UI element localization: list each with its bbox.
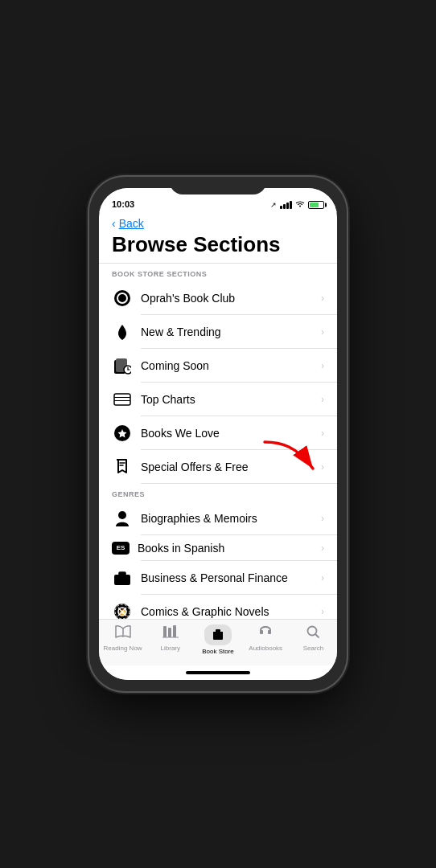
- top-charts-icon: [112, 389, 133, 410]
- spanish-text: ES: [117, 544, 125, 551]
- svg-rect-24: [168, 628, 171, 637]
- spanish-label: Books in Spanish: [138, 542, 321, 555]
- status-time: 10:03: [112, 199, 134, 209]
- business-chevron-icon: ›: [321, 572, 324, 583]
- comics-icon: 💥: [112, 601, 133, 619]
- new-trending-label: New & Trending: [141, 326, 321, 338]
- list-item-top-charts[interactable]: Top Charts ›: [99, 383, 337, 416]
- page-title: Browse Sections: [99, 231, 337, 263]
- spanish-icon: ES: [112, 542, 130, 555]
- status-icons: ↗: [270, 200, 324, 209]
- spanish-chevron-icon: ›: [321, 542, 324, 554]
- oprah-chevron-icon: ›: [321, 293, 324, 304]
- battery-icon: [308, 201, 324, 209]
- tab-library[interactable]: Library: [146, 624, 194, 652]
- phone-screen: 10:03 ↗: [99, 188, 337, 680]
- comics-chevron-icon: ›: [321, 606, 324, 617]
- battery-fill: [310, 203, 319, 207]
- books-we-love-icon: [112, 423, 133, 444]
- svg-point-12: [118, 511, 126, 519]
- signal-bars: [280, 201, 292, 209]
- oprah-label: Oprah's Book Club: [141, 292, 321, 305]
- coming-soon-icon: [112, 355, 133, 376]
- svg-rect-23: [163, 626, 167, 637]
- comics-label: Comics & Graphic Novels: [141, 605, 321, 618]
- home-bar: [186, 671, 250, 674]
- audiobooks-tab-label: Audiobooks: [249, 645, 282, 652]
- svg-line-28: [315, 634, 319, 637]
- back-label[interactable]: Back: [119, 217, 144, 230]
- oprah-icon: [112, 288, 133, 309]
- coming-soon-chevron-icon: ›: [321, 360, 324, 371]
- svg-rect-15: [119, 572, 125, 576]
- reading-now-tab-label: Reading Now: [104, 645, 142, 652]
- new-trending-chevron-icon: ›: [321, 326, 324, 338]
- section-header-genres: GENRES: [99, 484, 337, 502]
- new-trending-icon: [112, 321, 133, 342]
- reading-now-tab-icon: [114, 624, 132, 643]
- tab-book-store[interactable]: Book Store: [194, 624, 241, 655]
- biographies-chevron-icon: ›: [321, 513, 324, 524]
- list-item-spanish[interactable]: ES Books in Spanish ›: [99, 535, 337, 561]
- signal-bar-4: [290, 201, 292, 209]
- list-item-biographies[interactable]: Biographies & Memoirs ›: [99, 502, 337, 535]
- search-tab-label: Search: [303, 645, 323, 652]
- svg-point-1: [117, 293, 127, 303]
- back-button[interactable]: ‹ Back: [99, 212, 337, 231]
- tab-search[interactable]: Search: [290, 624, 337, 652]
- special-offers-label: Special Offers & Free: [141, 461, 321, 473]
- library-tab-label: Library: [161, 645, 180, 652]
- signal-bar-3: [286, 203, 289, 209]
- svg-rect-25: [173, 625, 176, 637]
- business-icon: [112, 567, 133, 588]
- library-tab-icon: [162, 624, 179, 643]
- phone-frame: 10:03 ↗: [89, 177, 347, 691]
- top-charts-label: Top Charts: [141, 393, 321, 406]
- tab-bar: Reading Now Library: [99, 619, 337, 665]
- content-area: ‹ Back Browse Sections BOOK STORE SECTIO…: [99, 212, 337, 619]
- list-item-new-trending[interactable]: New & Trending ›: [99, 315, 337, 349]
- list-item-coming-soon[interactable]: Coming Soon ›: [99, 349, 337, 383]
- list-item-books-we-love[interactable]: Books We Love ›: [99, 416, 337, 450]
- search-tab-icon: [306, 624, 320, 643]
- tab-audiobooks[interactable]: Audiobooks: [242, 624, 290, 652]
- list-item-comics[interactable]: 💥 Comics & Graphic Novels ›: [99, 595, 337, 619]
- svg-rect-7: [114, 394, 130, 405]
- list-item-oprah[interactable]: Oprah's Book Club ›: [99, 281, 337, 315]
- books-we-love-chevron-icon: ›: [321, 428, 324, 439]
- coming-soon-label: Coming Soon: [141, 359, 321, 372]
- back-chevron-icon: ‹: [112, 217, 116, 230]
- books-we-love-label: Books We Love: [141, 427, 321, 440]
- biographies-label: Biographies & Memoirs: [141, 512, 321, 525]
- business-label: Business & Personal Finance: [141, 571, 321, 584]
- book-store-tab-label: Book Store: [202, 648, 234, 655]
- signal-bar-2: [283, 204, 286, 209]
- signal-bar-1: [280, 206, 282, 209]
- list-item-special-offers[interactable]: Special Offers & Free ›: [99, 450, 337, 484]
- notch: [170, 177, 266, 194]
- biographies-icon: [112, 508, 133, 529]
- scrollable-content: ‹ Back Browse Sections BOOK STORE SECTIO…: [99, 212, 337, 619]
- home-indicator: [99, 665, 337, 680]
- tab-reading-now[interactable]: Reading Now: [99, 624, 146, 652]
- top-charts-chevron-icon: ›: [321, 394, 324, 405]
- list-item-business[interactable]: Business & Personal Finance ›: [99, 561, 337, 595]
- section-header-bookstore: BOOK STORE SECTIONS: [99, 264, 337, 281]
- special-offers-icon: [112, 457, 133, 477]
- wifi-icon: [295, 200, 305, 209]
- location-arrow-icon: ↗: [270, 201, 277, 209]
- audiobooks-tab-icon: [257, 624, 274, 643]
- special-offers-chevron-icon: ›: [321, 461, 324, 473]
- book-store-tab-icon: [204, 624, 232, 646]
